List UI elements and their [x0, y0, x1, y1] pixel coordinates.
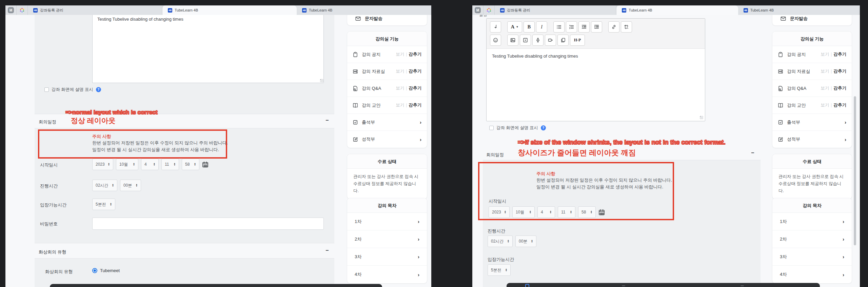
calendar-icon[interactable] [202, 161, 209, 168]
indent-button[interactable] [591, 21, 602, 33]
pinned-tab-m[interactable]: M [5, 5, 17, 15]
show-link[interactable]: 보기 [396, 52, 404, 57]
checkbox-check-icon [353, 120, 358, 125]
duration-minute-select[interactable]: 00분▲▼ [120, 180, 141, 191]
description-textarea[interactable]: Testing Tubelive disabling of changing t… [92, 15, 324, 83]
tab-course-register[interactable]: 4B강좌등록 관리 [495, 5, 616, 15]
taskbar-item-icon[interactable] [741, 285, 744, 286]
show-link[interactable]: 보기 [396, 86, 404, 90]
chevron-right-icon: › [843, 272, 844, 278]
resize-handle-icon[interactable] [320, 79, 323, 82]
show-description-checkbox[interactable] [489, 126, 494, 130]
collapse-toolbar-button[interactable] [490, 21, 501, 33]
sms-row[interactable]: 문자발송 [772, 15, 852, 25]
month-select[interactable]: 10월▲▼ [116, 159, 138, 170]
favicon-4b: 4B [622, 8, 626, 13]
toc-card-title: 강의 목차 [347, 198, 427, 213]
unlink-icon [624, 24, 629, 29]
sms-row[interactable]: 문자발송 [347, 15, 427, 25]
hide-link[interactable]: 감추기 [834, 103, 847, 107]
hide-link[interactable]: 감추기 [834, 86, 847, 90]
show-link[interactable]: 보기 [821, 69, 829, 74]
insert-media-button[interactable] [520, 35, 531, 46]
taskbar[interactable] [50, 284, 382, 287]
show-link[interactable]: 보기 [821, 103, 829, 107]
day-select[interactable]: 4▲▼ [141, 159, 159, 170]
day-select[interactable]: 4▲▼ [537, 206, 555, 218]
outdent-button[interactable] [578, 21, 590, 33]
collapse-minus-icon[interactable]: − [326, 248, 329, 253]
hide-link[interactable]: 감추기 [409, 86, 422, 90]
tab-tubelearn-active[interactable]: 4BTubeLearn 4B [162, 5, 297, 15]
italic-button[interactable]: I [536, 21, 547, 33]
toc-item-4[interactable]: 4차› [772, 266, 852, 283]
duration-minute-select[interactable]: 00분▲▼ [515, 235, 536, 247]
show-link[interactable]: 보기 [821, 52, 829, 57]
hide-link[interactable]: 감추기 [409, 103, 422, 107]
hide-link[interactable]: 감추기 [834, 52, 847, 57]
hour-select[interactable]: 11▲▼ [161, 159, 179, 170]
show-link[interactable]: 보기 [396, 103, 404, 107]
hide-link[interactable]: 감추기 [834, 69, 847, 74]
hide-link[interactable]: 감추기 [409, 52, 422, 57]
insert-image-button[interactable] [507, 35, 518, 46]
record-video-button[interactable] [545, 35, 556, 46]
hide-link[interactable]: 감추기 [409, 69, 422, 74]
entry-time-select[interactable]: 5분전▲▼ [488, 264, 511, 276]
minute-select[interactable]: 58▲▼ [578, 206, 596, 218]
sidebar-item-attendance[interactable]: 출석부 › [772, 114, 852, 131]
pinned-tab-extension[interactable] [17, 5, 28, 15]
toc-item-4[interactable]: 4차› [347, 266, 427, 283]
sidebar-item-attendance[interactable]: 출석부 › [347, 114, 427, 131]
scrollbar-thumb[interactable] [854, 96, 856, 245]
collapse-minus-icon[interactable]: − [326, 118, 329, 123]
toc-item-2[interactable]: 2차› [347, 230, 427, 248]
tab-tubelearn[interactable]: 4BTubeLearn 4B [738, 5, 860, 15]
duration-hour-select[interactable]: 02시간▲▼ [488, 235, 513, 247]
bold-button[interactable]: B [524, 21, 535, 33]
show-description-checkbox[interactable] [44, 87, 49, 92]
sidebar-item-gradebook[interactable]: 성적부 › [347, 131, 427, 148]
year-select[interactable]: 2023▲▼ [489, 206, 510, 218]
help-icon[interactable]: ? [541, 125, 546, 130]
password-input[interactable] [92, 218, 324, 230]
unlink-button[interactable] [621, 21, 632, 33]
entry-time-select[interactable]: 5분전▲▼ [92, 199, 115, 210]
resize-handle-icon[interactable] [700, 116, 703, 119]
toc-item-1[interactable]: 1차› [772, 213, 852, 230]
toc-item-3[interactable]: 3차› [772, 248, 852, 266]
hour-select[interactable]: 11▲▼ [558, 206, 575, 218]
pinned-tab-extension[interactable] [484, 5, 495, 15]
duration-hour-select[interactable]: 02시간▲▼ [92, 180, 117, 191]
editor-content[interactable]: Testing Tubelive disabling of changing t… [487, 49, 705, 63]
ordered-list-button[interactable] [566, 21, 577, 33]
toc-item-2[interactable]: 2차› [772, 230, 852, 248]
taskbar-app-icon[interactable] [525, 284, 529, 287]
toc-item-1[interactable]: 1차› [347, 213, 427, 230]
tab-tubelearn-active[interactable]: 4BTubeLearn 4B [616, 5, 738, 15]
taskbar[interactable] [507, 283, 820, 287]
month-select[interactable]: 10월▲▼ [512, 206, 535, 218]
tab-course-register[interactable]: 4B강좌등록 관리 [28, 5, 162, 15]
emoticon-button[interactable] [490, 35, 501, 46]
radio-selected-icon[interactable] [92, 268, 97, 273]
taskbar-item-icon[interactable] [622, 285, 625, 286]
show-link[interactable]: 보기 [396, 69, 404, 74]
year-select[interactable]: 2023▲▼ [92, 159, 113, 170]
unordered-list-button[interactable] [553, 21, 565, 33]
show-link[interactable]: 보기 [821, 86, 829, 90]
html-button[interactable]: H-P [570, 35, 585, 46]
link-button[interactable] [608, 21, 619, 33]
minute-select[interactable]: 58▲▼ [182, 159, 199, 170]
toc-item-3[interactable]: 3차› [347, 248, 427, 266]
pinned-tab-m[interactable]: M [472, 5, 484, 15]
sidebar-item-gradebook[interactable]: 성적부 › [772, 131, 852, 148]
help-icon[interactable]: ? [96, 87, 101, 92]
manage-files-button[interactable] [557, 35, 569, 46]
clipped-field-label: 설명 [479, 15, 499, 17]
font-style-button[interactable]: A▼ [507, 21, 522, 33]
calendar-icon[interactable] [598, 209, 605, 216]
collapse-minus-icon[interactable]: − [751, 150, 754, 155]
tab-tubelearn[interactable]: 4BTubeLearn 4B [297, 5, 431, 15]
record-audio-button[interactable] [532, 35, 544, 46]
